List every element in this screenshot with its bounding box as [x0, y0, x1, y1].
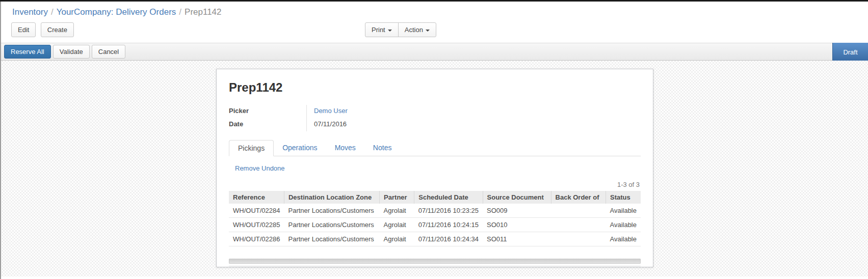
- cell-reference[interactable]: WH/OUT/02285: [229, 218, 284, 232]
- record-buttons: Edit Create: [11, 22, 76, 37]
- cell-destination[interactable]: Partner Locations/Customers: [284, 232, 379, 246]
- status-badge: Draft: [832, 43, 868, 61]
- table-row[interactable]: WH/OUT/02284 Partner Locations/Customers…: [229, 204, 641, 218]
- tab-pickings[interactable]: Pickings: [229, 140, 274, 156]
- create-button[interactable]: Create: [41, 22, 74, 37]
- breadcrumb-delivery-orders[interactable]: YourCompany: Delivery Orders: [57, 7, 176, 17]
- reserve-all-button[interactable]: Reserve All: [4, 45, 51, 59]
- picker-field-label: Picker: [229, 105, 306, 118]
- cell-status[interactable]: Available: [606, 204, 641, 218]
- date-field-label: Date: [229, 118, 306, 131]
- breadcrumb-separator: /: [176, 7, 185, 17]
- picker-field-value[interactable]: Demo User: [314, 107, 348, 115]
- cell-partner[interactable]: Agrolait: [380, 204, 414, 218]
- field-group: Picker Date Demo User 07/11/2016: [229, 105, 641, 131]
- cell-back-order-of[interactable]: [551, 232, 606, 246]
- print-dropdown-button[interactable]: Print: [365, 22, 399, 37]
- remove-undone-link[interactable]: Remove Undone: [235, 164, 285, 172]
- field-labels: Picker Date: [229, 105, 306, 131]
- cell-destination[interactable]: Partner Locations/Customers: [284, 218, 379, 232]
- window-left-edge: [0, 0, 1, 279]
- column-header-status[interactable]: Status: [606, 191, 641, 204]
- breadcrumb-current: Prep1142: [185, 7, 221, 17]
- cell-source-document[interactable]: SO011: [483, 232, 551, 246]
- table-header-row: Reference Destination Location Zone Part…: [229, 191, 641, 204]
- pickings-table: Reference Destination Location Zone Part…: [229, 191, 641, 246]
- chevron-down-icon: [426, 30, 430, 32]
- cell-partner[interactable]: Agrolait: [380, 218, 414, 232]
- column-header-source-document[interactable]: Source Document: [483, 191, 551, 204]
- cell-destination[interactable]: Partner Locations/Customers: [284, 204, 379, 218]
- cell-back-order-of[interactable]: [551, 218, 606, 232]
- cell-back-order-of[interactable]: [551, 204, 606, 218]
- date-field-value: 07/11/2016: [314, 118, 641, 131]
- validate-button[interactable]: Validate: [53, 45, 90, 59]
- tab-operations[interactable]: Operations: [274, 140, 326, 156]
- horizontal-scrollbar[interactable]: [229, 259, 641, 264]
- breadcrumb-inventory[interactable]: Inventory: [12, 7, 48, 17]
- divider: [229, 266, 641, 266]
- action-dropdown-label: Action: [405, 26, 423, 34]
- form-sheet: Prep1142 Picker Date Demo User 07/11/201…: [216, 69, 653, 267]
- page-title: Prep1142: [229, 80, 641, 95]
- table-row[interactable]: WH/OUT/02285 Partner Locations/Customers…: [229, 218, 641, 232]
- cell-scheduled-date[interactable]: 07/11/2016 10:23:25: [414, 204, 483, 218]
- cell-status[interactable]: Available: [606, 218, 641, 232]
- list-pager[interactable]: 1-3 of 3: [229, 181, 640, 188]
- tab-notes[interactable]: Notes: [364, 140, 401, 156]
- table-row[interactable]: WH/OUT/02286 Partner Locations/Customers…: [229, 232, 641, 246]
- chevron-down-icon: [388, 30, 392, 32]
- cell-reference[interactable]: WH/OUT/02286: [229, 232, 284, 246]
- tab-moves[interactable]: Moves: [326, 140, 364, 156]
- column-header-scheduled-date[interactable]: Scheduled Date: [414, 191, 483, 204]
- edit-button[interactable]: Edit: [11, 22, 36, 37]
- statusbar: Reserve All Validate Cancel Draft: [0, 43, 868, 61]
- cell-partner[interactable]: Agrolait: [380, 232, 414, 246]
- print-dropdown-label: Print: [372, 26, 385, 34]
- toolbar: Edit Create Print Action: [0, 20, 868, 43]
- breadcrumb: Inventory/YourCompany: Delivery Orders/P…: [0, 2, 868, 20]
- column-header-reference[interactable]: Reference: [229, 191, 284, 204]
- field-values: Demo User 07/11/2016: [306, 105, 641, 131]
- action-dropdown-button[interactable]: Action: [398, 22, 436, 37]
- action-buttons: Print Action: [365, 22, 436, 37]
- tab-body-pickings: Remove Undone 1-3 of 3 Reference Destina…: [229, 156, 641, 266]
- cell-source-document[interactable]: SO009: [483, 204, 551, 218]
- column-header-partner[interactable]: Partner: [380, 191, 414, 204]
- cancel-button[interactable]: Cancel: [92, 45, 125, 59]
- cell-scheduled-date[interactable]: 07/11/2016 10:24:34: [414, 232, 483, 246]
- column-header-destination[interactable]: Destination Location Zone: [284, 191, 379, 204]
- content-background: Prep1142 Picker Date Demo User 07/11/201…: [0, 61, 868, 276]
- cell-source-document[interactable]: SO010: [483, 218, 551, 232]
- notebook-tabs: Pickings Operations Moves Notes: [229, 140, 641, 156]
- header: Inventory/YourCompany: Delivery Orders/P…: [0, 0, 868, 43]
- cell-status[interactable]: Available: [606, 232, 641, 246]
- breadcrumb-separator: /: [48, 7, 57, 17]
- cell-reference[interactable]: WH/OUT/02284: [229, 204, 284, 218]
- column-header-back-order-of[interactable]: Back Order of: [551, 191, 606, 204]
- window-top-edge: [0, 0, 868, 2]
- cell-scheduled-date[interactable]: 07/11/2016 10:24:15: [414, 218, 483, 232]
